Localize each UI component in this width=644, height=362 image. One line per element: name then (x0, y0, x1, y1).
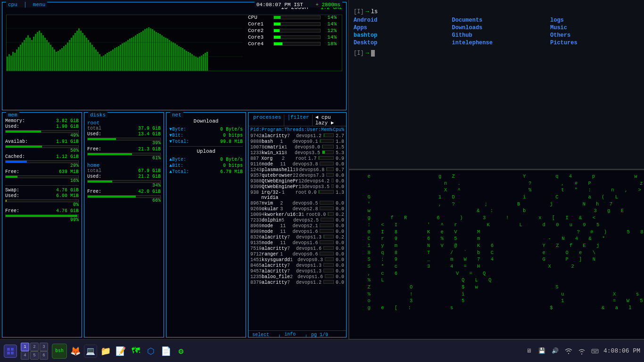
proc-row[interactable]: 10094 kworker/u16:3 1 root 0.0 0.2 (248, 212, 346, 217)
proc-row[interactable]: 9399 QtWebEnginePr 13 devops 3.5 0.0 (248, 184, 346, 189)
ws-5[interactable]: 5 (30, 351, 39, 360)
taskbar-time: 4:08:06 PM (603, 347, 640, 354)
ws-2[interactable]: 2 (30, 343, 39, 351)
proc-row[interactable]: 9888 bash 1 devops 0.1 1.8 (248, 139, 346, 144)
proc-row[interactable]: 1235 baloo_file 2 devops 1.6 0.0 (248, 274, 346, 280)
start-button[interactable] (4, 345, 17, 358)
tray-wifi[interactable] (577, 346, 586, 356)
cpu-time-bar: 04:08:07 PM IST + 2800ms (255, 2, 342, 8)
svg-rect-61 (122, 43, 123, 71)
svg-rect-47 (95, 49, 97, 71)
proc-row[interactable]: 7233 dolphin 5 devops 2.5 0.0 (248, 218, 346, 223)
proc-row[interactable]: 938 irq/32-nvidia 1 root 0.0 1.3 (248, 190, 346, 200)
matrix-line: G 1 D i C a ( L e e . S B > n (354, 194, 644, 201)
matrix-content: e g Z Y q 4 p w ' D V G A $ / d < n . ? … (354, 173, 644, 336)
proc-row[interactable]: 7519 alacritty 7 devops 1.6 0.0 (248, 246, 346, 251)
core-row-core3: Core3 14% (248, 34, 342, 40)
proc-tab-filter[interactable]: │filter (284, 115, 312, 126)
proc-row[interactable]: 8989 node 11 devops 1.6 0.0 (248, 229, 346, 234)
mem-avail-row: Availab: 1.91 GiB (5, 139, 79, 144)
proc-row[interactable]: 9742 alacritty 7 devops 1.2 2.7 (248, 133, 346, 139)
svg-rect-34 (71, 38, 72, 71)
proc-row[interactable]: 8379 alacritty 7 devops 1.2 0.0 (248, 280, 346, 285)
matrix-line: S * c 3 4 = H X 2 n R G y G \ I (354, 263, 644, 270)
taskbar-app-notes[interactable]: 📝 (114, 345, 127, 358)
taskbar-app-maps[interactable]: 🗺 (129, 345, 142, 358)
svg-rect-106 (206, 52, 208, 71)
taskbar-app-files[interactable]: 📁 (99, 345, 112, 358)
mem-free-bar: 16% (5, 175, 79, 183)
cpu-menu[interactable]: menu (33, 2, 45, 8)
svg-rect-0 (7, 57, 8, 71)
svg-rect-36 (74, 33, 76, 71)
disk-root-used: Used: 13.4 GiB (87, 132, 161, 137)
disk-home-free-bar: 66% (87, 195, 161, 203)
svg-rect-93 (182, 48, 183, 71)
svg-rect-12 (29, 38, 31, 71)
proc-row[interactable]: 8326 alacritty 7 devops 1.3 0.2 (248, 235, 346, 240)
tray-monitor[interactable]: 🖥 (524, 346, 534, 356)
proc-row[interactable]: 1243 plasmashell 19 devops 6.8 0.7 (248, 167, 346, 173)
ws-3[interactable]: 3 (40, 343, 48, 351)
proc-tab-lazy[interactable]: ◄ cpu lazy ► (313, 115, 344, 126)
taskbar-apps: bsh 🦊 💻 📁 📝 🗺 ⬡ 📄 ⚙ (52, 344, 188, 359)
svg-rect-65 (129, 39, 131, 71)
svg-rect-21 (46, 40, 48, 71)
taskbar-app-bashtop[interactable]: bsh (52, 344, 67, 359)
svg-rect-116 (594, 350, 595, 351)
proc-row[interactable]: 9116 node 11 devops 3.8 0.0 (248, 162, 346, 167)
svg-rect-95 (186, 51, 187, 71)
proc-row[interactable]: 10078 cmatrix 1 devops 0.0 1.5 (248, 145, 346, 150)
svg-rect-101 (197, 58, 198, 71)
proc-row[interactable]: 9135 node 11 devops 1.6 0.0 (248, 240, 346, 246)
svg-rect-78 (154, 31, 155, 71)
taskbar-app-terminal[interactable]: 💻 (84, 345, 97, 358)
svg-rect-97 (190, 53, 191, 71)
matrix-line: 0 I 8 K e V M ? # ) 5 8 v G l ' g # (354, 229, 644, 236)
proc-row[interactable]: 887 Xorg 2 root 1.7 0.9 (248, 156, 346, 161)
proc-row[interactable]: 9712 ranger 1 devops 0.6 0.0 (248, 252, 346, 257)
svg-rect-96 (188, 52, 189, 71)
svg-rect-10 (25, 38, 27, 71)
svg-rect-77 (152, 29, 153, 71)
svg-rect-86 (169, 40, 170, 71)
mem-free-row: Free: 639 MiB (5, 169, 79, 174)
svg-rect-17 (39, 31, 40, 71)
disks-title: disks (88, 112, 107, 118)
svg-rect-38 (78, 28, 80, 71)
proc-row[interactable]: 9357 qutebrowser 22 devops 7.3 0.0 (248, 173, 346, 178)
tray-audio[interactable]: 🔊 (551, 346, 560, 356)
svg-rect-31 (65, 45, 66, 71)
proc-row[interactable]: 8967 nvim 2 devops 0.5 0.0 (248, 201, 346, 206)
taskbar-app-browser[interactable]: 🦊 (69, 345, 82, 358)
tray-storage[interactable]: 💾 (537, 346, 547, 356)
proc-tab-processes[interactable]: processes (250, 115, 284, 126)
proc-row[interactable]: 9388 QtWebEnginePr 12 devops 4.2 0.0 (248, 179, 346, 184)
svg-rect-112 (7, 352, 10, 354)
cpu-label: cpu (8, 2, 17, 8)
taskbar-left: 1 2 3 4 5 6 (4, 343, 48, 360)
tray-keyboard[interactable] (590, 346, 600, 356)
terminal-section[interactable]: INSERT [I] → ls Android Documents logs p… (349, 0, 644, 170)
ws-6[interactable]: 6 (40, 351, 48, 360)
svg-rect-68 (135, 35, 136, 71)
proc-row[interactable]: 8969 node 11 devops 2.1 0.0 (248, 223, 346, 229)
taskbar-app-doc[interactable]: 📄 (159, 345, 173, 358)
proc-row[interactable]: 1451 ksysguardd 1 devops 0.3 0.0 (248, 257, 346, 263)
processes-section: processes │filter ◄ cpu lazy ► Pid: Prog… (248, 112, 347, 337)
taskbar-app-system[interactable]: ⚙ (174, 345, 188, 358)
svg-rect-113 (11, 352, 14, 354)
proc-row[interactable]: 9457 alacritty 7 devops 1.3 0.0 (248, 269, 346, 274)
ws-1[interactable]: 1 (21, 343, 29, 351)
proc-row[interactable]: 1233 kwin_x11 8 devops 3.5 5.3 (248, 150, 346, 156)
svg-rect-103 (201, 56, 202, 71)
proc-row[interactable]: 9269 okular 3 devops 2.8 0.0 (248, 206, 346, 212)
svg-rect-69 (137, 34, 138, 71)
proc-row[interactable]: 8465 alacritty 7 devops 1.3 0.0 (248, 263, 346, 268)
matrix-line: w & : b 3 g E 9 B = H u j P (354, 207, 644, 214)
ws-4[interactable]: 4 (21, 351, 29, 360)
svg-rect-99 (193, 56, 195, 71)
tray-network[interactable] (564, 346, 573, 356)
taskbar-app-code[interactable]: ⬡ (144, 345, 157, 358)
svg-rect-75 (148, 27, 149, 71)
